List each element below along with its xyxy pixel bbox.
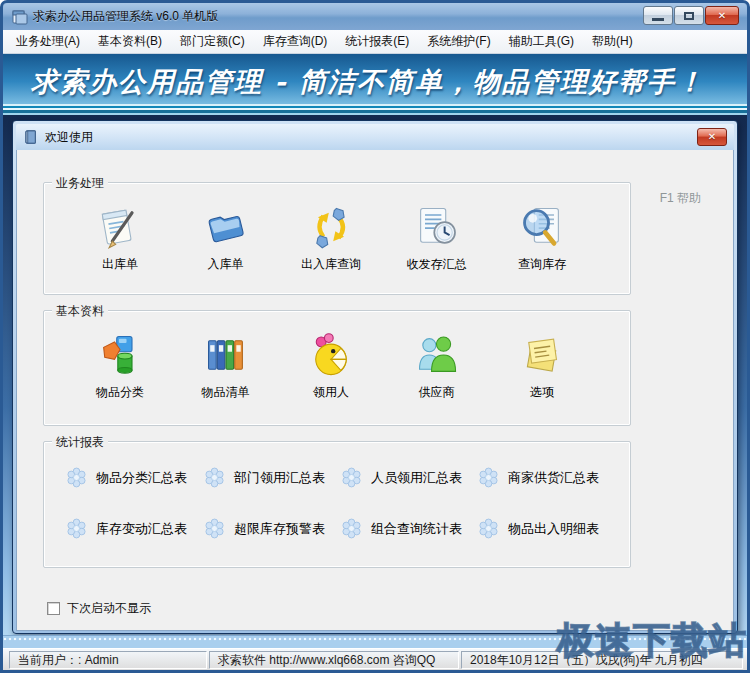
report-dept-usage[interactable]: 部门领用汇总表 [204,467,341,488]
sticky-notes-icon [518,331,566,379]
dont-show-again-checkbox[interactable]: 下次启动不显示 [47,600,151,617]
doc-clock-icon [413,203,461,251]
report-stock-change[interactable]: 库存变动汇总表 [66,518,204,539]
binders-icon [202,331,250,379]
dialog-titlebar: 欢迎使用 ✕ [16,124,734,150]
window-title: 求索办公用品管理系统 v6.0 单机版 [33,8,218,25]
minimize-button[interactable] [643,6,673,25]
menu-maintenance[interactable]: 系统维护(F) [418,29,499,54]
close-button[interactable]: ✕ [705,6,739,25]
status-vendor-info: 求索软件 http://www.xlq668.com 咨询QQ [209,651,459,669]
checkbox-label: 下次启动不显示 [67,600,151,617]
snowflake-icon [341,467,362,488]
group-business: 业务处理 出库 [43,182,631,295]
smiley-icon [307,331,355,379]
client-bottom-strip [3,635,747,648]
window-titlebar: 求索办公用品管理系统 v6.0 单机版 ✕ [3,3,747,30]
shortcut-requisitioner[interactable]: 领用人 [281,331,381,401]
shortcut-supplier[interactable]: 供应商 [387,331,487,401]
shortcut-item-list[interactable]: 物品清单 [176,331,276,401]
app-window: 求索办公用品管理系统 v6.0 单机版 ✕ 业务处理(A) 基本资料(B) 部门… [0,0,750,673]
status-date: 2018年10月12日（五）戊戌(狗)年 九月初四 [461,651,743,669]
shortcut-query-stock[interactable]: 查询库存 [492,203,592,273]
maximize-button[interactable] [674,6,704,25]
help-hint: F1 帮助 [660,190,701,207]
group-business-title: 业务处理 [52,175,108,192]
shortcut-label: 出入库查询 [301,256,361,273]
menu-stock-query[interactable]: 库存查询(D) [254,29,337,54]
report-label: 组合查询统计表 [371,520,462,538]
menu-reports[interactable]: 统计报表(E) [336,29,418,54]
shortcut-label: 物品分类 [96,384,144,401]
group-reports-title: 统计报表 [52,434,108,451]
snowflake-icon [478,518,499,539]
welcome-dialog: 欢迎使用 ✕ F1 帮助 业务处理 [12,120,738,634]
close-icon: ✕ [718,11,726,21]
group-basic-title: 基本资料 [52,303,108,320]
report-label: 商家供货汇总表 [508,469,599,487]
report-label: 物品分类汇总表 [96,469,187,487]
banner: 求索办公用品管理 - 简洁不简单，物品管理好帮手！ [3,54,747,115]
folder-icon [202,203,250,251]
minimize-icon [652,18,664,21]
menu-help[interactable]: 帮助(H) [583,29,642,54]
dialog-icon [24,130,39,145]
group-basic-data: 基本资料 物品分类 [43,310,631,426]
menu-business[interactable]: 业务处理(A) [7,29,89,54]
report-vendor-supply[interactable]: 商家供货汇总表 [478,467,624,488]
menu-dept-quota[interactable]: 部门定额(C) [171,29,254,54]
shortcut-label: 选项 [530,384,554,401]
shortcut-label: 物品清单 [202,384,250,401]
shortcut-label: 收发存汇总 [407,256,467,273]
shortcut-options[interactable]: 选项 [492,331,592,401]
statusbar: 当前用户：: Admin 求索软件 http://www.xlq668.com … [3,648,747,670]
maximize-icon [684,12,694,20]
report-label: 部门领用汇总表 [234,469,325,487]
shortcut-label: 供应商 [419,384,455,401]
status-current-user: 当前用户：: Admin [9,651,207,669]
snowflake-icon [66,518,87,539]
snowflake-icon [341,518,362,539]
mdi-client-area: 欢迎使用 ✕ F1 帮助 业务处理 [3,115,747,648]
report-person-usage[interactable]: 人员领用汇总表 [341,467,478,488]
shortcut-label: 领用人 [313,384,349,401]
banner-stripes [3,104,747,115]
sync-arrows-icon [307,203,355,251]
report-stock-alert[interactable]: 超限库存预警表 [204,518,341,539]
shortcut-item-category[interactable]: 物品分类 [70,331,170,401]
shortcut-label: 出库单 [102,256,138,273]
shapes-icon [96,331,144,379]
report-label: 物品出入明细表 [508,520,599,538]
report-label: 超限库存预警表 [234,520,325,538]
banner-slogan: 求索办公用品管理 - 简洁不简单，物品管理好帮手！ [31,64,705,100]
snowflake-icon [204,467,225,488]
report-label: 人员领用汇总表 [371,469,462,487]
dialog-close-button[interactable]: ✕ [697,128,727,146]
app-window-icon [12,9,28,25]
report-item-detail[interactable]: 物品出入明细表 [478,518,624,539]
dialog-close-icon: ✕ [708,131,716,142]
dialog-title: 欢迎使用 [45,129,93,146]
report-combo-query[interactable]: 组合查询统计表 [341,518,478,539]
shortcut-label: 查询库存 [518,256,566,273]
checkbox-box [47,602,60,615]
snowflake-icon [478,467,499,488]
group-reports: 统计报表 物品分类汇总表 部门领用汇总表 人员领用汇总表 [43,441,631,568]
snowflake-icon [204,518,225,539]
dialog-body: F1 帮助 业务处理 [16,150,734,631]
snowflake-icon [66,467,87,488]
menubar: 业务处理(A) 基本资料(B) 部门定额(C) 库存查询(D) 统计报表(E) … [3,30,747,54]
doc-magnifier-icon [518,203,566,251]
note-pencil-icon [96,203,144,251]
report-label: 库存变动汇总表 [96,520,187,538]
shortcut-stock-summary[interactable]: 收发存汇总 [387,203,487,273]
report-category-summary[interactable]: 物品分类汇总表 [66,467,204,488]
shortcut-inbound-order[interactable]: 入库单 [176,203,276,273]
menu-tools[interactable]: 辅助工具(G) [500,29,583,54]
menu-basic-data[interactable]: 基本资料(B) [89,29,171,54]
shortcut-outbound-order[interactable]: 出库单 [70,203,170,273]
shortcut-label: 入库单 [208,256,244,273]
buddies-icon [413,331,461,379]
shortcut-in-out-query[interactable]: 出入库查询 [281,203,381,273]
